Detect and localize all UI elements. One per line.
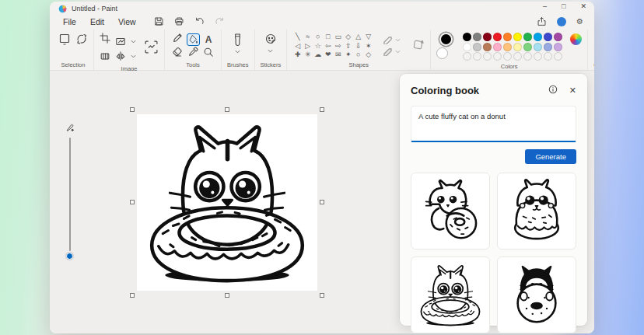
shape-0[interactable]: ╲ bbox=[292, 33, 303, 42]
selection-handle-e[interactable] bbox=[320, 200, 324, 204]
shape-outline-control[interactable] bbox=[383, 36, 401, 44]
palette-swatch-17[interactable] bbox=[534, 43, 542, 51]
pencil-icon[interactable] bbox=[172, 33, 183, 47]
account-avatar[interactable] bbox=[557, 17, 566, 26]
edit-colors-icon[interactable] bbox=[570, 33, 582, 45]
settings-icon[interactable]: ⚙ bbox=[576, 18, 583, 26]
palette-swatch-8[interactable] bbox=[544, 33, 552, 41]
shape-22[interactable]: ○ bbox=[353, 51, 363, 60]
minimize-button[interactable]: – bbox=[543, 2, 547, 10]
palette-swatch-16[interactable] bbox=[523, 43, 532, 51]
flip-rotate-control[interactable] bbox=[115, 51, 136, 61]
shape-2[interactable]: ○ bbox=[313, 33, 323, 42]
brush-size-slider[interactable] bbox=[65, 122, 75, 136]
shape-1[interactable]: ≈ bbox=[303, 33, 313, 42]
rect-select-icon[interactable] bbox=[58, 33, 71, 48]
thumbnail-cat-hugging-donut[interactable] bbox=[411, 173, 490, 250]
text-tool-icon[interactable]: A bbox=[205, 35, 212, 44]
close-button[interactable]: ✕ bbox=[580, 2, 586, 10]
palette-swatch-19[interactable] bbox=[554, 43, 562, 51]
slider-track[interactable] bbox=[69, 138, 71, 251]
crop-icon[interactable] bbox=[100, 33, 110, 47]
save-icon[interactable] bbox=[154, 16, 164, 26]
selection-handle-s[interactable] bbox=[225, 293, 229, 298]
selection-handle-n[interactable] bbox=[225, 107, 229, 112]
menu-file[interactable]: File bbox=[56, 16, 83, 28]
palette-empty-slot-8[interactable] bbox=[544, 52, 552, 61]
palette-swatch-14[interactable] bbox=[503, 43, 512, 51]
shape-16[interactable]: ✚ bbox=[292, 51, 303, 60]
palette-empty-slot-5[interactable] bbox=[513, 52, 522, 61]
shape-8[interactable]: ◁ bbox=[292, 42, 303, 51]
shape-19[interactable]: ❤ bbox=[323, 51, 333, 60]
share-icon[interactable] bbox=[537, 16, 547, 26]
remove-background-icon[interactable] bbox=[144, 40, 159, 58]
menu-view[interactable]: View bbox=[111, 16, 143, 28]
palette-swatch-3[interactable] bbox=[493, 33, 502, 41]
generate-button[interactable]: Generate bbox=[525, 149, 576, 164]
magnifier-icon[interactable] bbox=[203, 47, 214, 61]
palette-empty-slot-4[interactable] bbox=[503, 52, 512, 61]
prompt-input[interactable]: A cute fluffy cat on a donut bbox=[411, 106, 576, 142]
shape-14[interactable]: ⇩ bbox=[353, 42, 363, 51]
eraser-icon[interactable] bbox=[172, 47, 183, 61]
menu-edit[interactable]: Edit bbox=[83, 16, 111, 28]
shape-15[interactable]: ✶ bbox=[363, 42, 373, 51]
palette-swatch-2[interactable] bbox=[483, 33, 492, 41]
shape-17[interactable]: ✳ bbox=[303, 51, 313, 60]
maximize-button[interactable]: □ bbox=[562, 2, 565, 10]
shape-6[interactable]: △ bbox=[353, 33, 363, 42]
fill-tool-icon[interactable] bbox=[187, 33, 200, 46]
thumbnail-fluffy-cat-on-donut[interactable] bbox=[497, 173, 576, 250]
palette-swatch-0[interactable] bbox=[463, 33, 471, 41]
stickers-control[interactable] bbox=[264, 33, 277, 53]
print-icon[interactable] bbox=[174, 16, 184, 26]
palette-swatch-18[interactable] bbox=[544, 43, 552, 51]
palette-swatch-12[interactable] bbox=[483, 43, 492, 51]
shape-21[interactable]: ✦ bbox=[343, 51, 353, 60]
marquee-icon[interactable] bbox=[100, 51, 110, 65]
shape-18[interactable]: ☁ bbox=[313, 51, 323, 60]
shape-23[interactable]: ◇ bbox=[363, 51, 373, 60]
info-icon[interactable] bbox=[548, 83, 558, 97]
shape-4[interactable]: ▭ bbox=[333, 33, 343, 42]
palette-empty-slot-2[interactable] bbox=[483, 52, 492, 61]
eyedropper-icon[interactable] bbox=[187, 47, 198, 61]
color2-swatch[interactable] bbox=[436, 47, 448, 59]
slider-thumb[interactable] bbox=[66, 253, 73, 260]
palette-swatch-15[interactable] bbox=[513, 43, 522, 51]
palette-swatch-11[interactable] bbox=[473, 43, 481, 51]
shape-5[interactable]: ◇ bbox=[343, 33, 353, 42]
shape-11[interactable]: ⇦ bbox=[323, 42, 333, 51]
shape-3[interactable]: □ bbox=[323, 33, 333, 42]
undo-icon[interactable] bbox=[194, 16, 205, 26]
shape-9[interactable]: ▷ bbox=[303, 42, 313, 51]
palette-swatch-10[interactable] bbox=[463, 43, 471, 51]
rotate-shape-icon[interactable] bbox=[411, 38, 425, 54]
palette-empty-slot-0[interactable] bbox=[463, 52, 471, 61]
selection-handle-se[interactable] bbox=[320, 293, 324, 298]
palette-empty-slot-9[interactable] bbox=[554, 52, 562, 61]
shape-10[interactable]: ☆ bbox=[313, 42, 323, 51]
selection-handle-ne[interactable] bbox=[320, 107, 324, 112]
shape-12[interactable]: ⇨ bbox=[333, 42, 343, 51]
shape-7[interactable]: ▽ bbox=[363, 33, 373, 42]
palette-empty-slot-3[interactable] bbox=[493, 52, 502, 61]
palette-empty-slot-1[interactable] bbox=[473, 52, 481, 61]
palette-swatch-5[interactable] bbox=[513, 33, 522, 41]
panel-close-icon[interactable]: ✕ bbox=[569, 85, 576, 96]
palette-swatch-7[interactable] bbox=[534, 33, 542, 41]
palette-swatch-4[interactable] bbox=[503, 33, 512, 41]
palette-swatch-13[interactable] bbox=[493, 43, 502, 51]
thumbnail-bw-cat-behind-donut[interactable] bbox=[497, 256, 576, 333]
brushes-control[interactable] bbox=[232, 33, 243, 54]
selection-handle-sw[interactable] bbox=[130, 293, 135, 298]
palette-swatch-9[interactable] bbox=[554, 33, 562, 41]
color1-swatch[interactable] bbox=[439, 33, 453, 46]
thumbnail-cat-head-in-donut[interactable] bbox=[411, 256, 490, 333]
shape-fill-control[interactable] bbox=[383, 47, 401, 56]
redo-icon[interactable] bbox=[215, 16, 225, 26]
selection-handle-nw[interactable] bbox=[130, 107, 135, 112]
shape-20[interactable]: ✉ bbox=[333, 51, 343, 60]
selection-handle-w[interactable] bbox=[130, 200, 135, 204]
